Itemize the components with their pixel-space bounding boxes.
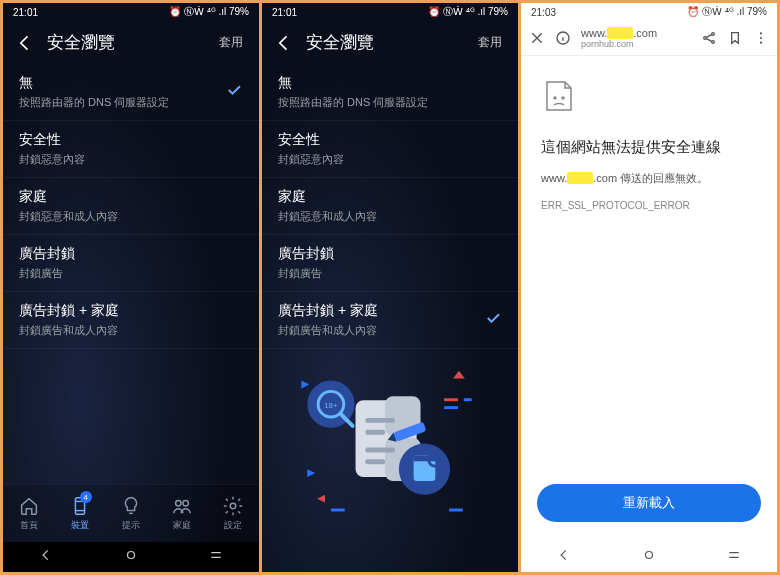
- svg-point-5: [183, 501, 189, 507]
- url-box[interactable]: www.——.com pornhub.com: [581, 27, 691, 49]
- url-main: www.——.com: [581, 27, 691, 39]
- info-icon[interactable]: [555, 30, 571, 46]
- bookmark-icon[interactable]: [727, 30, 743, 46]
- back-arrow-icon[interactable]: [15, 33, 35, 53]
- status-bar: 21:03 ⏰ ⓃẆ ⁴ᴳ .ıl 79%: [521, 3, 777, 21]
- back-key-icon[interactable]: [39, 548, 53, 566]
- svg-point-4: [176, 501, 182, 507]
- back-key-icon[interactable]: [557, 548, 571, 566]
- svg-marker-26: [453, 371, 465, 379]
- status-time: 21:01: [272, 7, 297, 18]
- option-row[interactable]: 廣告封鎖封鎖廣告: [3, 235, 259, 292]
- svg-point-53: [645, 552, 652, 559]
- option-subtitle: 封鎖惡意內容: [278, 152, 502, 167]
- option-row[interactable]: 廣告封鎖封鎖廣告: [262, 235, 518, 292]
- option-row[interactable]: 廣告封鎖 + 家庭封鎖廣告和成人內容: [3, 292, 259, 349]
- svg-point-47: [712, 41, 715, 44]
- option-title: 廣告封鎖: [278, 245, 502, 263]
- bulb-icon: [120, 495, 142, 517]
- status-icons: ⏰ ⓃẆ ⁴ᴳ .ıl 79%: [687, 5, 767, 19]
- nav-label: 提示: [122, 519, 140, 532]
- option-title: 廣告封鎖: [19, 245, 243, 263]
- url-redacted: ——: [607, 27, 633, 39]
- recents-key-icon[interactable]: [209, 548, 223, 566]
- panel-safe-browsing-a: 21:01 ⏰ ⓃẆ ⁴ᴳ .ıl 79% 安全瀏覽 套用 無按照路由器的 DN…: [3, 3, 259, 572]
- svg-point-48: [760, 32, 762, 34]
- option-title: 無: [19, 74, 225, 92]
- option-subtitle: 封鎖廣告和成人內容: [278, 323, 484, 338]
- svg-marker-31: [317, 495, 325, 503]
- apply-button[interactable]: 套用: [474, 32, 506, 53]
- option-list: 無按照路由器的 DNS 伺服器設定安全性封鎖惡意內容家庭封鎖惡意和成人內容廣告封…: [3, 64, 259, 349]
- home-key-icon[interactable]: [642, 548, 656, 566]
- svg-marker-30: [307, 469, 315, 477]
- android-softkeys: [3, 542, 259, 572]
- nav-home[interactable]: 首頁: [3, 485, 54, 542]
- url-sub: pornhub.com: [581, 39, 691, 49]
- browser-url-bar: www.——.com pornhub.com: [521, 21, 777, 56]
- nav-devices[interactable]: 裝置4: [54, 485, 105, 542]
- option-title: 家庭: [19, 188, 243, 206]
- nav-label: 設定: [224, 519, 242, 532]
- home-icon: [18, 495, 40, 517]
- option-subtitle: 封鎖廣告和成人內容: [19, 323, 243, 338]
- option-title: 安全性: [278, 131, 502, 149]
- option-title: 無: [278, 74, 502, 92]
- svg-rect-16: [365, 447, 395, 452]
- option-subtitle: 按照路由器的 DNS 伺服器設定: [278, 95, 502, 110]
- share-icon[interactable]: [701, 30, 717, 46]
- header-bar: 安全瀏覽 套用: [3, 21, 259, 64]
- age-badge-label: 18+: [324, 401, 338, 410]
- svg-point-6: [231, 503, 237, 509]
- nav-tips[interactable]: 提示: [105, 485, 156, 542]
- option-title: 廣告封鎖 + 家庭: [278, 302, 484, 320]
- nav-settings[interactable]: 設定: [208, 485, 259, 542]
- recents-key-icon[interactable]: [727, 548, 741, 566]
- status-bar: 21:01 ⏰ ⓃẆ ⁴ᴳ .ıl 79%: [3, 3, 259, 21]
- back-arrow-icon[interactable]: [274, 33, 294, 53]
- option-row[interactable]: 廣告封鎖 + 家庭封鎖廣告和成人內容: [262, 292, 518, 349]
- option-subtitle: 封鎖廣告: [278, 266, 502, 281]
- illustration-area: [3, 349, 259, 484]
- status-icons: ⏰ ⓃẆ ⁴ᴳ .ıl 79%: [428, 5, 508, 19]
- illustration-area: 18+: [262, 349, 518, 572]
- svg-point-49: [760, 37, 762, 39]
- option-row[interactable]: 安全性封鎖惡意內容: [262, 121, 518, 178]
- status-time: 21:03: [531, 7, 556, 18]
- svg-marker-25: [301, 381, 309, 389]
- close-icon[interactable]: [529, 30, 545, 46]
- apply-button[interactable]: 套用: [215, 32, 247, 53]
- option-row[interactable]: 家庭封鎖惡意和成人內容: [262, 178, 518, 235]
- option-subtitle: 按照路由器的 DNS 伺服器設定: [19, 95, 225, 110]
- svg-point-51: [554, 97, 556, 99]
- android-softkeys: [521, 542, 777, 572]
- option-list: 無按照路由器的 DNS 伺服器設定安全性封鎖惡意內容家庭封鎖惡意和成人內容廣告封…: [262, 64, 518, 349]
- svg-rect-32: [331, 509, 345, 512]
- nav-family[interactable]: 家庭: [157, 485, 208, 542]
- checkmark-icon: [225, 81, 243, 103]
- option-row[interactable]: 家庭封鎖惡意和成人內容: [3, 178, 259, 235]
- family-icon: [171, 495, 193, 517]
- error-code: ERR_SSL_PROTOCOL_ERROR: [541, 200, 757, 211]
- nav-label: 家庭: [173, 519, 191, 532]
- bottom-nav: 首頁裝置4提示家庭設定: [3, 484, 259, 542]
- svg-rect-28: [464, 398, 472, 401]
- nav-label: 裝置: [71, 519, 89, 532]
- svg-rect-15: [365, 430, 385, 435]
- option-row[interactable]: 無按照路由器的 DNS 伺服器設定: [262, 64, 518, 121]
- option-subtitle: 封鎖廣告: [19, 266, 243, 281]
- status-icons: ⏰ ⓃẆ ⁴ᴳ .ıl 79%: [169, 5, 249, 19]
- svg-rect-17: [365, 459, 385, 464]
- option-row[interactable]: 安全性封鎖惡意內容: [3, 121, 259, 178]
- gear-icon: [222, 495, 244, 517]
- checkmark-icon: [484, 309, 502, 331]
- menu-icon[interactable]: [753, 30, 769, 46]
- option-row[interactable]: 無按照路由器的 DNS 伺服器設定: [3, 64, 259, 121]
- option-subtitle: 封鎖惡意內容: [19, 152, 243, 167]
- option-subtitle: 封鎖惡意和成人內容: [19, 209, 243, 224]
- svg-point-45: [704, 37, 707, 40]
- status-time: 21:01: [13, 7, 38, 18]
- home-key-icon[interactable]: [124, 548, 138, 566]
- reload-button[interactable]: 重新載入: [537, 484, 761, 522]
- page-title: 安全瀏覽: [306, 31, 462, 54]
